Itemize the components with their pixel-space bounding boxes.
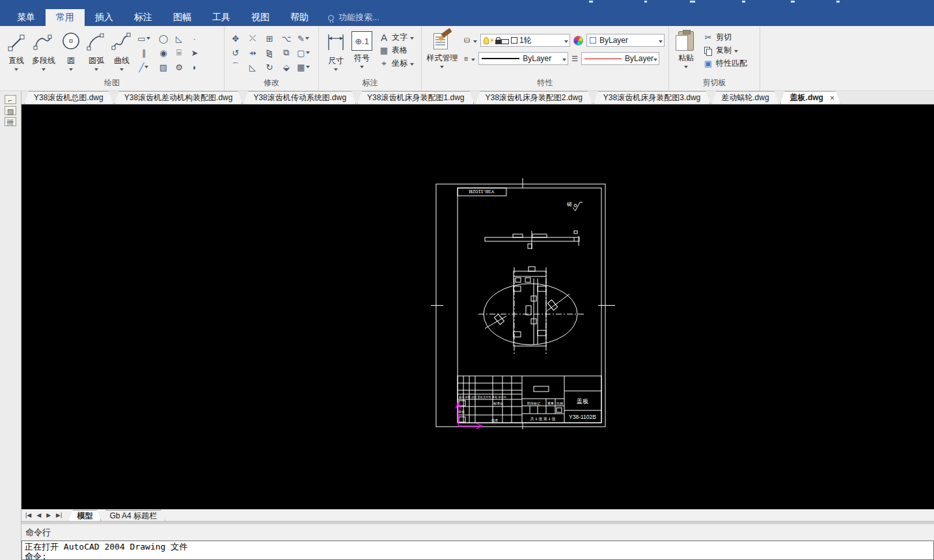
doc-tab-active[interactable]: 盖板.dwg×: [780, 91, 840, 104]
palette-icon-2[interactable]: ▨: [5, 106, 16, 115]
layout-tab-gba4[interactable]: Gb A4 标题栏: [101, 510, 165, 521]
dropdown-caret: [334, 68, 338, 71]
fill-tool-icon[interactable]: ▦: [296, 60, 310, 74]
spline-tool-button[interactable]: 曲线: [109, 30, 134, 71]
linetype-combo[interactable]: ByLayer: [581, 52, 659, 65]
rotate-tool-icon[interactable]: ↺: [228, 46, 243, 60]
doc-tab-2[interactable]: Y38滚齿机差动机构装配图.dwg: [115, 91, 243, 104]
titlebar-fragment: [836, 1, 840, 3]
close-tab-icon[interactable]: ×: [830, 94, 834, 103]
linetype-tools-icon[interactable]: ☰: [571, 55, 578, 63]
style-manager-button[interactable]: 样式管理: [426, 30, 459, 68]
drawing-canvas[interactable]: Y38-1102B 铸 标记 处数 分区 更改文件号 签名 年月日 标准化 审核…: [21, 105, 934, 509]
erase-tool-icon[interactable]: ✎: [296, 31, 310, 46]
dimension-icon: [325, 31, 347, 53]
cut-button[interactable]: ✂剪切: [703, 31, 747, 44]
paste-button[interactable]: 粘贴: [673, 30, 699, 68]
match-properties-button[interactable]: ▣特性匹配: [703, 57, 747, 70]
prev-layout-icon[interactable]: ◀: [36, 512, 41, 518]
parallel-tool-icon[interactable]: ∥: [137, 46, 151, 60]
dropdown-caret: [734, 50, 738, 53]
donut-tool-icon[interactable]: ◉: [156, 46, 171, 60]
color-wheel-icon[interactable]: [573, 36, 583, 46]
draw-small-grid: ▭ ◯ ◺ · ∥ ◉ ⌸ ➤ ╱ ▨ ⚙ ◗: [137, 31, 199, 74]
layer-combo[interactable]: ☀ 1轮: [480, 34, 570, 47]
coordinate-button[interactable]: ⌖坐标: [379, 57, 414, 70]
polyline-icon: [33, 31, 55, 53]
coordinate-icon: ⌖: [379, 59, 389, 69]
copy-button[interactable]: 复制: [703, 44, 747, 57]
copy-obj-tool-icon[interactable]: ⧉: [279, 46, 294, 60]
panel-label-annotate: 标注: [319, 76, 421, 90]
gear-tool-icon[interactable]: ⚙: [172, 60, 186, 74]
point-tool-icon[interactable]: ·: [187, 31, 202, 46]
doc-tab-7[interactable]: 差动蜗轮.dwg: [711, 91, 778, 104]
block-tool-icon[interactable]: ⌸: [172, 46, 186, 60]
explode-tool-icon[interactable]: ⬙: [279, 60, 294, 74]
properties-controls: ⛁ ☀ 1轮 ByLayer: [464, 34, 665, 65]
stretch-tool-icon[interactable]: ⌥: [279, 31, 294, 46]
lineweight-combo[interactable]: ByLayer: [478, 52, 568, 65]
text-button[interactable]: A文字: [379, 31, 414, 44]
extend-tool-icon[interactable]: ⇸: [245, 46, 260, 60]
layer-tools-icon[interactable]: ⛁: [464, 36, 470, 45]
chamfer-tool-icon[interactable]: ◺: [245, 60, 260, 74]
titlebar-fragment: [791, 1, 795, 3]
array-tool-icon[interactable]: ⊞: [262, 31, 277, 46]
panel-annotate: 尺寸 ⊕.1 符号 A文字 ▦表格 ⌖坐标 标注: [319, 26, 422, 90]
command-prompt-line: 命令:: [25, 552, 931, 560]
last-layout-icon[interactable]: ▶|: [56, 512, 62, 518]
command-input-area[interactable]: 正在打开 AutoCAD 2004 Drawing 文件 命令:: [21, 540, 934, 560]
region-tool-icon[interactable]: ◺: [172, 31, 186, 46]
arc-tool-button[interactable]: 圆弧: [83, 30, 109, 71]
menu-tab-annotate[interactable]: 标注: [124, 9, 163, 26]
doc-tab-6[interactable]: Y38滚齿机床身装配图3.dwg: [594, 91, 710, 104]
ellipse-tool-icon[interactable]: ◯: [156, 31, 171, 46]
next-layout-icon[interactable]: ▶: [46, 512, 51, 518]
palette-icon-1[interactable]: ⌐: [5, 95, 16, 104]
dimension-button[interactable]: 尺寸: [323, 30, 349, 71]
panel-label-modify: 修改: [225, 76, 318, 90]
table-button[interactable]: ▦表格: [379, 44, 414, 57]
color-combo[interactable]: ByLayer: [586, 34, 665, 47]
menu-tab-view[interactable]: 视图: [241, 9, 280, 26]
pointer-tool-icon[interactable]: ➤: [187, 46, 202, 60]
titleblock-part-name: 盖板: [577, 398, 588, 405]
menu-item-menu[interactable]: 菜单: [7, 9, 46, 26]
function-search[interactable]: 功能搜索...: [328, 9, 379, 26]
titleblock-weight: 重量: [547, 401, 554, 405]
offset-tool-icon[interactable]: ▢: [296, 46, 310, 60]
dropdown-caret: [653, 59, 657, 61]
polyline-tool-button[interactable]: 多段线: [29, 30, 59, 71]
line-tool-button[interactable]: 直线: [4, 30, 29, 71]
doc-tab-1[interactable]: Y38滚齿机总图.dwg: [24, 91, 113, 104]
symbol-icon: ⊕.1: [351, 31, 372, 51]
wipeout-tool-icon[interactable]: ◗: [187, 60, 202, 74]
menu-tab-insert[interactable]: 插入: [85, 9, 124, 26]
rotate-copy-tool-icon[interactable]: ↻: [262, 60, 277, 74]
move-tool-icon[interactable]: ✥: [228, 31, 243, 46]
circle-tool-button[interactable]: 圆: [59, 30, 83, 71]
dropdown-caret: [471, 59, 475, 61]
doc-tab-4[interactable]: Y38滚齿机床身装配图1.dwg: [357, 91, 474, 104]
symbol-button[interactable]: ⊕.1 符号: [349, 30, 375, 68]
rectangle-tool-icon[interactable]: ▭: [137, 31, 151, 46]
palette-icon-3[interactable]: 卌: [5, 117, 16, 126]
menu-tab-tools[interactable]: 工具: [202, 9, 241, 26]
trim-tool-icon[interactable]: ⤬: [245, 31, 260, 46]
first-layout-icon[interactable]: |◀: [25, 512, 31, 518]
hatch-tool-icon[interactable]: ▨: [156, 60, 171, 74]
doc-tab-5[interactable]: Y38滚齿机床身装配图2.dwg: [475, 91, 592, 104]
menu-tab-home[interactable]: 常用: [46, 9, 85, 26]
lineweight-tools-icon[interactable]: ≡: [464, 55, 468, 62]
menu-tab-sheet[interactable]: 图幅: [163, 9, 202, 26]
fillet-tool-icon[interactable]: ⌒: [228, 60, 243, 74]
lineweight-sample: [482, 58, 519, 59]
layout-tab-model[interactable]: 模型: [68, 510, 101, 521]
doc-tab-3[interactable]: Y38滚齿机传动系统图.dwg: [243, 91, 356, 104]
annotate-col: A文字 ▦表格 ⌖坐标: [379, 31, 414, 70]
menu-tab-help[interactable]: 帮助: [280, 9, 319, 26]
mirror-tool-icon[interactable]: ⧎: [262, 46, 277, 60]
dropdown-caret: [684, 66, 688, 68]
construction-line-icon[interactable]: ╱: [137, 60, 151, 74]
